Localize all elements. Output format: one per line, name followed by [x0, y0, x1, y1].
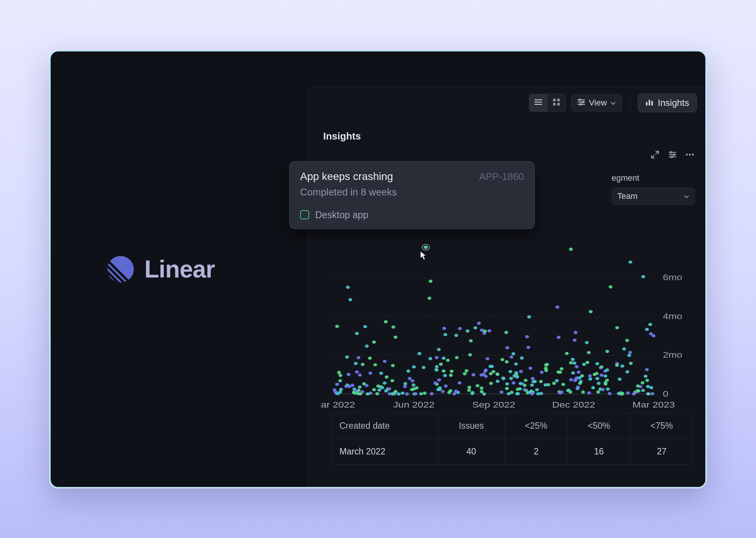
svg-point-225: [539, 392, 543, 395]
sliders-icon: [578, 98, 585, 108]
svg-point-313: [578, 381, 582, 385]
svg-point-169: [644, 374, 648, 377]
svg-point-206: [422, 366, 426, 369]
toolbar: View Insights: [308, 87, 705, 119]
chevron-down-icon: [610, 98, 616, 108]
svg-point-195: [350, 384, 354, 387]
view-dropdown[interactable]: View: [571, 94, 622, 112]
svg-point-128: [373, 363, 377, 366]
svg-point-321: [539, 380, 543, 383]
svg-point-332: [527, 315, 531, 318]
segment-select[interactable]: Team: [612, 188, 695, 205]
svg-point-212: [337, 371, 341, 374]
stats-table: Created dateIssues<25%<50%<75% March 202…: [331, 413, 693, 465]
table-header: Created date: [331, 413, 438, 439]
svg-point-254: [408, 377, 412, 380]
svg-point-114: [641, 381, 644, 384]
svg-point-231: [435, 365, 438, 368]
expand-icon[interactable]: [650, 150, 660, 160]
svg-point-291: [338, 374, 342, 377]
svg-point-284: [636, 384, 640, 387]
svg-point-298: [415, 386, 418, 389]
svg-point-234: [471, 373, 475, 376]
svg-rect-10: [553, 103, 556, 105]
table-cell: 27: [630, 439, 693, 464]
svg-point-198: [423, 391, 426, 394]
svg-point-141: [544, 367, 548, 370]
chevron-down-icon: [684, 191, 689, 201]
svg-text:Jun 2022: Jun 2022: [393, 400, 434, 409]
insights-button[interactable]: Insights: [638, 93, 697, 112]
linear-logo-icon: [107, 256, 134, 282]
svg-point-127: [435, 356, 438, 359]
svg-point-364: [518, 387, 522, 390]
table-cell: 16: [567, 439, 630, 464]
more-icon[interactable]: [685, 150, 695, 160]
svg-point-56: [430, 392, 434, 395]
svg-point-355: [527, 346, 530, 349]
svg-point-310: [569, 378, 573, 381]
svg-text:Mar 2022: Mar 2022: [320, 400, 355, 409]
svg-point-171: [626, 391, 630, 394]
svg-point-160: [581, 390, 585, 393]
svg-point-361: [604, 382, 607, 385]
list-layout-button[interactable]: [529, 94, 547, 112]
svg-point-119: [394, 390, 398, 393]
svg-point-196: [511, 352, 515, 355]
svg-point-239: [489, 381, 493, 385]
svg-point-253: [600, 374, 603, 377]
svg-point-205: [468, 386, 471, 389]
svg-point-281: [347, 373, 350, 376]
svg-point-138: [496, 372, 499, 375]
svg-point-200: [530, 383, 534, 386]
svg-point-290: [646, 385, 650, 388]
svg-point-347: [458, 381, 462, 384]
svg-point-268: [372, 388, 376, 391]
bar-chart-icon: [646, 98, 653, 108]
svg-point-175: [378, 388, 381, 391]
svg-point-217: [491, 370, 495, 373]
svg-rect-11: [557, 103, 560, 105]
svg-point-161: [346, 285, 350, 288]
table-row: March 20224021627: [331, 439, 693, 464]
svg-point-245: [641, 275, 645, 278]
svg-point-277: [435, 368, 438, 371]
svg-point-47: [557, 336, 561, 339]
svg-point-251: [391, 364, 395, 367]
svg-point-255: [645, 328, 649, 331]
svg-text:Mar 2023: Mar 2023: [632, 400, 675, 409]
svg-point-102: [589, 310, 593, 313]
svg-rect-9: [557, 99, 560, 101]
svg-point-232: [335, 324, 339, 327]
svg-point-94: [454, 333, 458, 336]
svg-point-270: [414, 392, 417, 395]
svg-point-297: [530, 392, 534, 395]
svg-point-289: [601, 388, 605, 391]
svg-point-325: [496, 380, 499, 383]
svg-point-111: [485, 357, 489, 360]
svg-point-318: [349, 298, 352, 301]
table-header: Issues: [438, 413, 505, 439]
svg-point-353: [397, 392, 401, 395]
svg-point-344: [524, 378, 528, 381]
scatter-chart[interactable]: 02mo4mo6moMar 2022Jun 2022Sep 2022Dec 20…: [320, 235, 695, 413]
svg-point-115: [588, 377, 592, 380]
svg-point-48: [569, 247, 573, 250]
svg-point-341: [649, 332, 653, 335]
grid-layout-button[interactable]: [547, 94, 565, 112]
section-title: Insights: [308, 119, 705, 150]
svg-point-207: [355, 332, 359, 335]
settings-sliders-icon[interactable]: [668, 150, 677, 160]
svg-point-78: [450, 369, 454, 372]
svg-point-86: [587, 351, 591, 354]
svg-point-203: [500, 390, 503, 393]
svg-point-218: [383, 381, 386, 385]
svg-point-276: [380, 386, 384, 389]
svg-point-299: [519, 370, 523, 373]
svg-point-340: [446, 358, 450, 361]
svg-point-343: [443, 374, 447, 377]
svg-point-57: [466, 329, 469, 332]
svg-point-157: [608, 392, 612, 395]
svg-point-241: [504, 330, 508, 333]
segment-group: egment Team: [612, 173, 695, 205]
